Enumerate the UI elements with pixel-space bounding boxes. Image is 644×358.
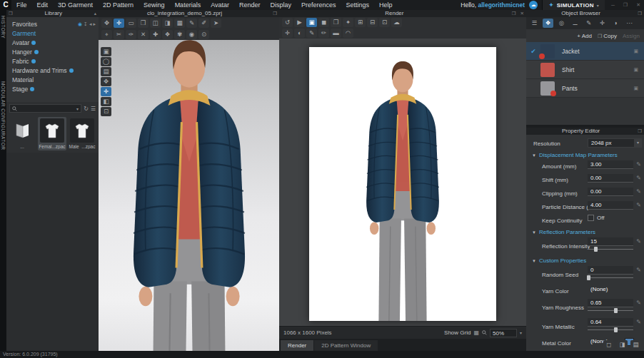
popout-icon[interactable]: ❐ <box>271 10 279 17</box>
sync-render-icon[interactable]: ↺ <box>282 18 293 27</box>
menu-materials[interactable]: Materials <box>170 0 206 10</box>
library-item-avatar[interactable]: Avatar <box>6 38 99 47</box>
sync-icon[interactable]: ◉ <box>78 21 82 27</box>
garment-tab-icon[interactable]: ❖ <box>543 19 553 28</box>
menu-display[interactable]: Display <box>266 0 297 10</box>
color-value[interactable]: (None) <box>588 285 633 294</box>
shading-icon[interactable]: ◧ <box>101 97 111 106</box>
render-canvas[interactable] <box>279 39 526 326</box>
slider-handle[interactable] <box>594 247 598 252</box>
image-render-icon[interactable]: ▣ <box>306 18 317 27</box>
orbit-tool-icon[interactable]: ⊙ <box>198 30 209 39</box>
split-view-icon[interactable]: ◨ <box>617 340 628 349</box>
popout-icon[interactable]: ❐ <box>510 10 518 17</box>
value-field[interactable]: 0 <box>588 266 633 275</box>
library-item-material[interactable]: Material <box>6 75 99 84</box>
slider[interactable] <box>588 247 633 252</box>
menu-preferences[interactable]: Preferences <box>296 0 341 10</box>
edit-icon[interactable]: ✎ <box>636 319 641 325</box>
tab-render[interactable]: Render <box>281 340 313 351</box>
dome-icon[interactable]: ◠ <box>343 29 353 38</box>
library-thumb-female-avatar[interactable]: Femal...zpac <box>38 117 66 150</box>
fold-tool-icon[interactable]: ◨ <box>162 19 173 28</box>
start-render-icon[interactable]: ▶ <box>294 18 305 27</box>
edit-icon[interactable]: ✎ <box>636 202 641 208</box>
section-displacement-map[interactable]: ▼ Displacement Map Parameters <box>526 150 644 160</box>
slider-handle[interactable] <box>614 327 618 332</box>
value-field[interactable]: 15 <box>588 237 633 246</box>
search-input[interactable]: ▾ <box>9 104 81 113</box>
wireframe-icon[interactable]: ◯ <box>101 57 111 66</box>
tab-history[interactable]: HISTORY <box>1 16 6 39</box>
resolution-caret-icon[interactable]: ▾ <box>634 138 642 148</box>
object-options-icon[interactable]: ▣ <box>633 67 638 73</box>
menu-2d-pattern[interactable]: 2D Pattern <box>98 0 139 10</box>
pins-icon[interactable]: ✛ <box>101 87 111 96</box>
edit-icon[interactable]: ✎ <box>636 161 641 168</box>
checkbox[interactable] <box>588 215 594 221</box>
pen-tool-icon[interactable]: ✎ <box>186 19 197 28</box>
tack-tool-icon[interactable]: ✑ <box>126 30 136 39</box>
slider-handle[interactable] <box>614 308 618 313</box>
check-icon[interactable]: ✔ <box>526 48 540 55</box>
snapshot-icon[interactable]: ❐ <box>331 18 341 27</box>
edit-icon[interactable]: ✎ <box>636 300 641 306</box>
refresh-icon[interactable]: ↻ <box>84 106 89 112</box>
menu-avatar[interactable]: Avatar <box>206 0 234 10</box>
edit-icon[interactable]: ✎ <box>636 267 641 273</box>
cloud-icon[interactable]: ☁ <box>529 1 538 9</box>
grid-icon[interactable]: ▦ <box>473 329 479 336</box>
popout-icon[interactable]: ❐ <box>635 128 644 135</box>
object-options-icon[interactable]: ▣ <box>633 86 638 91</box>
value-field[interactable]: 3.00 <box>588 160 633 169</box>
render-settings-icon[interactable]: ⊡ <box>379 18 390 27</box>
garment-tool-icon[interactable]: ❖ <box>162 30 173 39</box>
zoom-caret-icon[interactable]: ▾ <box>520 330 522 335</box>
object-row-jacket[interactable]: ✔ Jacket ▣ <box>526 42 644 61</box>
menu-help[interactable]: Help <box>374 0 398 10</box>
slider[interactable] <box>588 275 633 280</box>
edit-icon[interactable]: ✎ <box>636 175 641 181</box>
minimize-button[interactable]: ─ <box>609 3 617 8</box>
menu-sewing[interactable]: Sewing <box>139 0 170 10</box>
target-tool-icon[interactable]: ◉ <box>186 30 197 39</box>
avatar-3d-model[interactable] <box>99 23 279 351</box>
menu-list-icon[interactable]: ☰ <box>529 19 540 28</box>
texture-tool-icon[interactable]: ▦ <box>174 19 185 28</box>
view-mode-icon[interactable]: ▣ <box>101 47 111 56</box>
tab-2d-pattern-window[interactable]: 2D Pattern Window <box>314 340 378 351</box>
floor-icon[interactable]: ▬ <box>331 29 341 38</box>
forward-icon[interactable]: ▸ <box>93 21 96 27</box>
object-options-icon[interactable]: ▣ <box>633 48 638 54</box>
move-tool-icon[interactable]: ✥ <box>101 19 112 28</box>
remove-tool-icon[interactable]: ✕ <box>138 30 149 39</box>
pattern-tool-icon[interactable]: ❒ <box>138 19 149 28</box>
library-thumb-parent-folder[interactable]: ... <box>8 117 36 150</box>
value-field[interactable]: 0.65 <box>588 299 633 307</box>
value-field[interactable]: 4.00 <box>588 201 633 210</box>
pin-tool-icon[interactable]: ◫ <box>150 19 161 28</box>
resolution-select[interactable]: 2048 px <box>588 138 639 148</box>
library-item-favorites[interactable]: Favorites ◉ ↧ ◂ ▸ <box>6 19 99 29</box>
menu-edit[interactable]: Edit <box>32 0 54 10</box>
close-icon[interactable]: ✕ <box>518 10 526 17</box>
value-field[interactable]: 0.00 <box>588 174 633 183</box>
brush-icon[interactable]: ✏ <box>318 29 329 38</box>
video-settings-icon[interactable]: ⊟ <box>367 18 378 27</box>
select-tool-icon[interactable]: ✛ <box>114 19 124 28</box>
cloud-render-icon[interactable]: ☁ <box>391 18 402 27</box>
copy-button[interactable]: ❐Copy <box>598 33 617 39</box>
light-icon[interactable]: ✛ <box>282 29 293 38</box>
simulation-button[interactable]: ✦ SIMULATION ▾ <box>542 0 605 10</box>
edit-tool-icon[interactable]: ✐ <box>198 19 209 28</box>
slider[interactable] <box>588 308 633 313</box>
project-tab[interactable]: clo_integration_demo_05.zprj <box>99 10 271 17</box>
tab-modular-configurator[interactable]: MODULAR CONFIGURATOR <box>1 81 6 150</box>
library-thumb-male-avatar[interactable]: Male_...zpac <box>68 117 96 150</box>
scissors-tool-icon[interactable]: ✂ <box>114 30 124 39</box>
library-item-garment[interactable]: Garment <box>6 29 99 38</box>
grid-toggle-icon[interactable]: ⊡ <box>101 107 111 116</box>
library-item-stage[interactable]: Stage <box>6 84 99 93</box>
pin-tab-icon[interactable]: ✛ <box>597 19 608 28</box>
close-button[interactable]: ✕ <box>634 2 643 8</box>
